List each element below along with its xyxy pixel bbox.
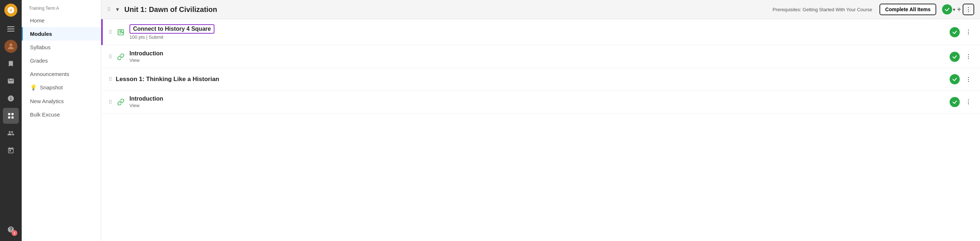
item-4-content: Introduction View xyxy=(129,96,946,108)
item-1-right: ⋮ xyxy=(950,26,974,38)
canvas-logo xyxy=(4,4,18,17)
item-1-content: Connect to History 4 Square 100 pts | Su… xyxy=(129,24,946,40)
svg-rect-0 xyxy=(7,26,14,27)
unit-check-dropdown: ▾ xyxy=(942,4,955,14)
svg-rect-1 xyxy=(7,29,14,29)
unit-header: ⠿ ▼ Unit 1: Dawn of Civilization Prerequ… xyxy=(101,0,980,19)
item-4-right: ⋮ xyxy=(950,96,974,108)
modules-list: ⠿ Connect to History 4 Square 100 pts | … xyxy=(101,19,980,241)
item-1-assignment-icon xyxy=(116,27,126,37)
item-2-subtitle: View xyxy=(129,57,946,63)
item-3-kebab-button[interactable]: ⋮ xyxy=(963,73,974,85)
sidebar-nav: Home Modules Syllabus Grades Announcemen… xyxy=(22,14,101,121)
svg-rect-5 xyxy=(11,113,14,115)
item-4-subtitle: View xyxy=(129,103,946,108)
item-1-kebab-button[interactable]: ⋮ xyxy=(963,26,974,38)
unit-collapse-button[interactable]: ▼ xyxy=(113,6,121,12)
svg-rect-7 xyxy=(11,117,14,119)
module-item-3: ⠿ Lesson 1: Thinking Like a Historian ⋮ xyxy=(101,69,980,91)
sidebar-item-home[interactable]: Home xyxy=(22,14,101,27)
module-item-2: ⠿ Introduction View ⋮ xyxy=(101,45,980,69)
user-avatar xyxy=(4,40,18,53)
sidebar-item-bulk-excuse[interactable]: Bulk Excuse xyxy=(22,108,101,121)
calendar-icon[interactable] xyxy=(3,142,19,158)
unit-add-button[interactable]: + xyxy=(957,6,961,13)
item-2-link-icon xyxy=(116,52,126,62)
sidebar-item-announcements[interactable]: Announcements xyxy=(22,67,101,81)
complete-all-items-button[interactable]: Complete All Items xyxy=(880,4,937,15)
item-1-complete-check xyxy=(950,27,960,37)
sidebar-item-grades[interactable]: Grades xyxy=(22,54,101,67)
item-2-title[interactable]: Introduction xyxy=(129,50,946,57)
item-1-subtitle: 100 pts | Submit xyxy=(129,34,946,40)
unit-drag-handle[interactable]: ⠿ xyxy=(107,6,111,12)
item-3-complete-check xyxy=(950,74,960,84)
main-content: ⠿ ▼ Unit 1: Dawn of Civilization Prerequ… xyxy=(101,0,980,241)
item-3-drag-handle[interactable]: ⠿ xyxy=(108,77,112,82)
item-4-link-icon xyxy=(116,97,126,107)
item-2-drag-handle[interactable]: ⠿ xyxy=(108,54,112,60)
item-4-drag-handle[interactable]: ⠿ xyxy=(108,99,112,105)
sidebar-item-syllabus[interactable]: Syllabus xyxy=(22,40,101,54)
sidebar-item-snapshot[interactable]: 💡 Snapshot xyxy=(22,81,101,94)
avatar-icon[interactable] xyxy=(3,38,19,54)
item-1-title[interactable]: Connect to History 4 Square xyxy=(129,24,946,34)
item-4-title[interactable]: Introduction xyxy=(129,96,946,102)
item-2-complete-check xyxy=(950,52,960,62)
item-1-drag-handle[interactable]: ⠿ xyxy=(108,29,112,35)
menu-icon[interactable] xyxy=(3,21,19,37)
item-2-content: Introduction View xyxy=(129,50,946,63)
svg-point-3 xyxy=(10,43,12,46)
unit-actions: ▾ + ⋮ xyxy=(942,4,974,15)
bookmarks-icon[interactable] xyxy=(3,56,19,72)
sidebar-item-new-analytics[interactable]: New Analytics xyxy=(22,94,101,108)
sidebar-item-modules[interactable]: Modules xyxy=(22,27,101,40)
item-3-right: ⋮ xyxy=(950,73,974,85)
sidebar: Training Term A Home Modules Syllabus Gr… xyxy=(22,0,101,241)
unit-complete-check xyxy=(942,4,952,14)
unit-kebab-menu-button[interactable]: ⋮ xyxy=(963,4,974,15)
unit-title: Unit 1: Dawn of Civilization xyxy=(124,5,770,14)
help-icon[interactable]: 1 xyxy=(3,222,19,237)
item-2-kebab-button[interactable]: ⋮ xyxy=(963,51,974,62)
unit-check-chevron[interactable]: ▾ xyxy=(953,7,955,12)
module-item-4: ⠿ Introduction View ⋮ xyxy=(101,91,980,113)
sidebar-term: Training Term A xyxy=(22,0,101,14)
svg-rect-6 xyxy=(8,117,11,119)
item-4-kebab-button[interactable]: ⋮ xyxy=(963,96,974,108)
people-icon[interactable] xyxy=(3,125,19,141)
snapshot-icon: 💡 xyxy=(30,84,37,91)
icon-rail: 1 xyxy=(0,0,22,241)
modules-rail-icon[interactable] xyxy=(3,108,19,124)
item-4-complete-check xyxy=(950,97,960,107)
inbox-icon[interactable] xyxy=(3,73,19,89)
prerequisites-text: Prerequisites: Getting Started With Your… xyxy=(772,7,872,12)
help-badge: 1 xyxy=(11,230,18,236)
item-2-right: ⋮ xyxy=(950,51,974,62)
history-icon[interactable] xyxy=(3,91,19,106)
item-3-lesson-title[interactable]: Lesson 1: Thinking Like a Historian xyxy=(116,76,946,83)
item-3-content: Lesson 1: Thinking Like a Historian xyxy=(116,76,946,83)
svg-rect-4 xyxy=(8,113,11,115)
module-item-1: ⠿ Connect to History 4 Square 100 pts | … xyxy=(101,19,980,45)
svg-rect-2 xyxy=(7,31,14,32)
